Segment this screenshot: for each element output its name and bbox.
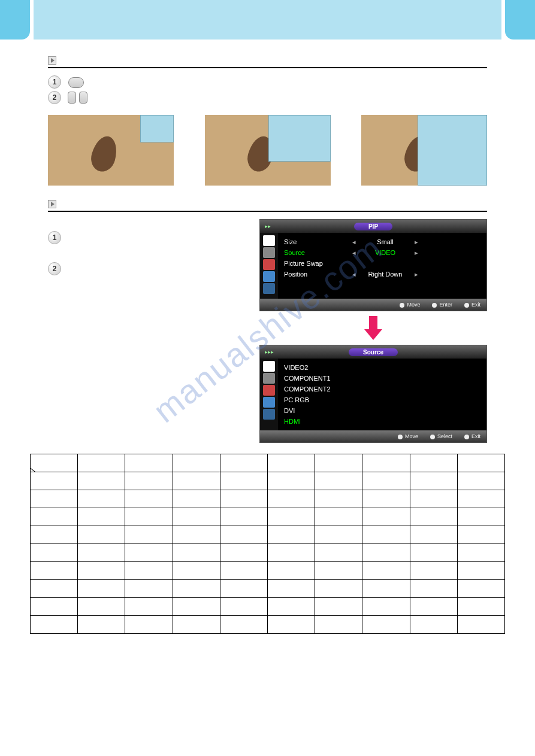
table-cell xyxy=(315,616,362,634)
table-cell xyxy=(457,526,504,544)
osd-source: ▸▸▸ Source VIDEO2COMPONENT1COMPONENT2PC … xyxy=(259,345,487,443)
table-cell xyxy=(410,616,457,634)
table-cell xyxy=(125,526,173,544)
table-cell xyxy=(410,472,457,490)
table-cell xyxy=(457,508,504,526)
table-cell xyxy=(220,526,267,544)
table-cell xyxy=(315,544,362,562)
table-header xyxy=(457,454,504,472)
table-cell xyxy=(78,490,125,508)
table-cell xyxy=(220,562,267,580)
table-header xyxy=(267,454,315,472)
table-cell xyxy=(78,598,125,616)
table-cell xyxy=(457,598,504,616)
table-cell xyxy=(315,508,362,526)
osd-pip-footer: Move Enter Exit xyxy=(260,299,486,311)
osd-source-title: Source xyxy=(349,348,398,356)
osd-pip-title: PIP xyxy=(354,223,392,230)
osd-menu-item[interactable]: Source◂VIDEO▸ xyxy=(284,247,480,258)
table-cell xyxy=(315,526,362,544)
table-cell xyxy=(362,490,410,508)
table-cell xyxy=(267,472,315,490)
osd-menu-item[interactable]: Picture Swap xyxy=(284,258,480,269)
breadcrumb-icon: ▸▸▸ xyxy=(265,349,274,355)
table-header xyxy=(220,454,267,472)
table-cell xyxy=(315,580,362,598)
step-2: 2 xyxy=(48,91,487,104)
table-cell xyxy=(457,562,504,580)
table-cell xyxy=(220,544,267,562)
table-cell xyxy=(267,526,315,544)
header-tab-left xyxy=(0,0,30,40)
down-button-icon xyxy=(79,92,87,104)
table-cell xyxy=(31,472,78,490)
step-1-content xyxy=(67,75,85,88)
header-title xyxy=(34,0,501,40)
table-cell xyxy=(173,472,220,490)
table-header xyxy=(410,454,457,472)
table-cell xyxy=(78,562,125,580)
table-cell xyxy=(315,562,362,580)
table-cell xyxy=(78,472,125,490)
remote-button-icon xyxy=(68,77,84,88)
table-cell xyxy=(125,598,173,616)
osd-menu-item[interactable]: Size◂Small▸ xyxy=(284,236,480,247)
foot-exit: Exit xyxy=(471,433,480,439)
table-cell xyxy=(410,526,457,544)
table-cell xyxy=(173,508,220,526)
table-cell xyxy=(362,616,410,634)
table-cell xyxy=(267,616,315,634)
pip-example-medium xyxy=(205,115,331,186)
table-cell xyxy=(173,580,220,598)
table-cell xyxy=(362,526,410,544)
table-header xyxy=(362,454,410,472)
osd-source-option[interactable]: HDMI xyxy=(284,416,480,427)
foot-enter: Enter xyxy=(439,302,452,308)
osd-source-option[interactable]: COMPONENT1 xyxy=(284,373,480,384)
table-cell xyxy=(362,508,410,526)
osd-source-option[interactable]: PC RGB xyxy=(284,394,480,405)
table-cell xyxy=(31,616,78,634)
table-cell xyxy=(267,580,315,598)
table-cell xyxy=(267,508,315,526)
table-cell xyxy=(31,508,78,526)
table-cell xyxy=(125,562,173,580)
play-icon xyxy=(48,200,56,208)
table-cell xyxy=(173,490,220,508)
table-cell xyxy=(31,544,78,562)
foot-move: Move xyxy=(407,302,420,308)
table-header xyxy=(125,454,173,472)
table-cell xyxy=(173,544,220,562)
section-1-heading xyxy=(48,56,487,68)
table-cell xyxy=(78,580,125,598)
osd-icon-rail xyxy=(260,233,278,299)
osd-source-option[interactable]: DVI xyxy=(284,405,480,416)
osd-pip: ▸▸ PIP Size◂Small▸Source◂VIDEO▸Picture S… xyxy=(259,219,487,311)
play-icon xyxy=(48,56,56,65)
step-bullet-2b: 2 xyxy=(48,262,61,275)
table-cell xyxy=(267,562,315,580)
table-cell xyxy=(125,544,173,562)
table-header xyxy=(78,454,125,472)
step-bullet-2: 2 xyxy=(48,91,61,104)
osd-source-option[interactable]: COMPONENT2 xyxy=(284,384,480,394)
table-cell xyxy=(457,616,504,634)
table-cell xyxy=(267,544,315,562)
table-cell xyxy=(220,580,267,598)
table-cell xyxy=(220,616,267,634)
table-cell xyxy=(410,598,457,616)
table-cell xyxy=(315,472,362,490)
table-cell xyxy=(410,562,457,580)
step-1: 1 xyxy=(48,75,487,89)
osd-source-option[interactable]: VIDEO2 xyxy=(284,362,480,373)
table-cell xyxy=(125,490,173,508)
table-cell xyxy=(125,508,173,526)
table-cell xyxy=(78,526,125,544)
table-cell xyxy=(267,598,315,616)
table-cell xyxy=(457,472,504,490)
osd-menu-item[interactable]: Position◂Right Down▸ xyxy=(284,269,480,280)
up-button-icon xyxy=(68,92,76,104)
section-2-heading xyxy=(48,200,487,212)
table-cell xyxy=(362,562,410,580)
table-cell xyxy=(173,598,220,616)
